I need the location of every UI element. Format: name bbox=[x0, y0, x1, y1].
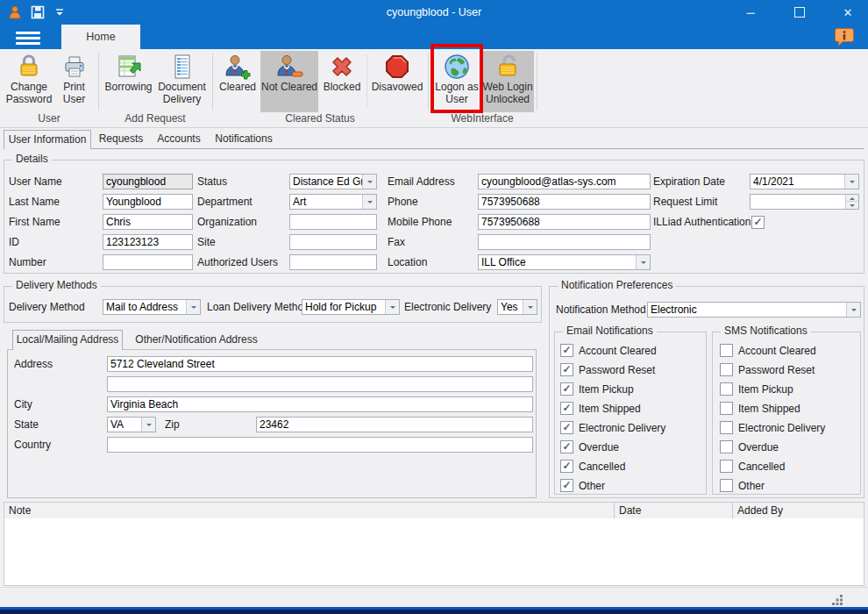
email-electronic-delivery-checkbox[interactable] bbox=[560, 421, 573, 434]
last-name-field[interactable] bbox=[103, 194, 193, 210]
chevron-down-icon[interactable] bbox=[385, 300, 399, 314]
tab-local-mailing-address[interactable]: Local/Mailing Address bbox=[12, 330, 123, 350]
delivery-method-combo[interactable]: Mail to Address bbox=[103, 299, 201, 315]
first-name-label: First Name bbox=[9, 214, 60, 230]
zip-field[interactable] bbox=[256, 417, 533, 432]
blocked-button[interactable]: Blocked bbox=[320, 51, 364, 112]
notes-column-date[interactable]: Date bbox=[614, 502, 733, 519]
sms-account-cleared-checkbox[interactable] bbox=[720, 344, 733, 357]
email-cancelled-label: Cancelled bbox=[579, 459, 625, 475]
sms-electronic-delivery-checkbox[interactable] bbox=[720, 421, 733, 434]
email-cancelled-checkbox[interactable] bbox=[560, 460, 573, 473]
number-field[interactable] bbox=[103, 254, 193, 270]
illiad-authentication-checkbox[interactable] bbox=[751, 216, 765, 229]
ribbon-group-user: User bbox=[0, 112, 98, 125]
notes-column-note[interactable]: Note bbox=[4, 502, 615, 519]
email-account-cleared-checkbox[interactable] bbox=[560, 344, 573, 357]
sms-overdue-checkbox[interactable] bbox=[720, 440, 733, 453]
document-grid-icon bbox=[168, 53, 196, 81]
department-combo[interactable]: Art bbox=[289, 194, 377, 210]
tab-home[interactable]: Home bbox=[61, 25, 140, 49]
email-field[interactable] bbox=[478, 174, 651, 189]
ribbon-separator bbox=[366, 54, 367, 107]
ribbon-group-cleared-status: Cleared Status bbox=[212, 112, 428, 125]
city-label: City bbox=[14, 396, 32, 412]
spin-down-icon[interactable] bbox=[845, 201, 858, 209]
status-combo[interactable]: Distance Ed Grad bbox=[289, 174, 377, 189]
change-password-button[interactable]: Change Password bbox=[7, 51, 51, 112]
site-field[interactable] bbox=[289, 234, 377, 250]
details-caption: Details bbox=[12, 154, 52, 165]
resize-grip-icon[interactable] bbox=[831, 593, 843, 605]
ribbon-separator bbox=[212, 53, 213, 111]
authorized-users-field[interactable] bbox=[289, 254, 377, 270]
red-x-icon bbox=[328, 53, 356, 81]
id-field[interactable] bbox=[103, 234, 193, 250]
site-label: Site bbox=[197, 234, 216, 250]
chevron-down-icon[interactable] bbox=[186, 300, 200, 314]
sms-password-reset-checkbox[interactable] bbox=[720, 363, 733, 376]
state-label: State bbox=[14, 417, 39, 432]
tab-other-notification-address[interactable]: Other/Notification Address bbox=[125, 331, 268, 350]
notes-column-added-by[interactable]: Added By bbox=[732, 502, 864, 519]
help-bubble-icon[interactable] bbox=[834, 27, 855, 47]
email-other-checkbox[interactable] bbox=[560, 479, 573, 492]
mobile-phone-label: Mobile Phone bbox=[388, 214, 452, 230]
email-password-reset-checkbox[interactable] bbox=[560, 363, 573, 376]
not-cleared-button[interactable]: Not Cleared bbox=[260, 51, 318, 112]
email-item-pickup-checkbox[interactable] bbox=[560, 382, 573, 396]
borrowing-button[interactable]: Borrowing bbox=[103, 51, 153, 112]
notification-method-combo[interactable]: Electronic bbox=[647, 302, 861, 318]
fax-field[interactable] bbox=[478, 234, 651, 250]
expiration-date-picker[interactable]: 4/1/2021 bbox=[750, 174, 859, 189]
city-field[interactable] bbox=[107, 396, 533, 412]
address-line1-field[interactable] bbox=[107, 356, 533, 372]
phone-field[interactable] bbox=[478, 194, 651, 210]
chevron-down-icon[interactable] bbox=[636, 255, 650, 269]
tab-accounts[interactable]: Accounts bbox=[151, 130, 207, 149]
first-name-field[interactable] bbox=[103, 214, 193, 230]
tab-notifications[interactable]: Notifications bbox=[209, 130, 279, 149]
email-overdue-checkbox[interactable] bbox=[560, 440, 573, 453]
electronic-delivery-combo[interactable]: Yes bbox=[497, 299, 537, 315]
sms-cancelled-checkbox[interactable] bbox=[720, 460, 733, 473]
email-overdue-label: Overdue bbox=[579, 439, 619, 455]
minimize-button[interactable]: ─ bbox=[735, 0, 766, 25]
web-login-unlocked-button[interactable]: Web Login Unlocked bbox=[481, 51, 534, 112]
quick-access-caret-icon[interactable] bbox=[55, 9, 64, 17]
sms-item-shipped-checkbox[interactable] bbox=[720, 402, 733, 415]
organization-field[interactable] bbox=[289, 214, 377, 230]
save-icon[interactable] bbox=[30, 4, 46, 20]
cleared-button[interactable]: Cleared bbox=[217, 51, 259, 112]
app-menu-button[interactable] bbox=[16, 32, 40, 45]
close-button[interactable]: ✕ bbox=[828, 0, 868, 25]
state-combo[interactable]: VA bbox=[107, 417, 156, 432]
mobile-phone-field[interactable] bbox=[478, 214, 651, 230]
chevron-down-icon[interactable] bbox=[846, 303, 860, 317]
user-name-field[interactable] bbox=[103, 174, 193, 189]
loan-delivery-method-combo[interactable]: Hold for Pickup bbox=[302, 299, 400, 315]
sms-item-pickup-checkbox[interactable] bbox=[720, 382, 733, 396]
print-user-button[interactable]: Print User bbox=[53, 51, 95, 112]
tab-user-information[interactable]: User Information bbox=[4, 130, 91, 149]
address-label: Address bbox=[14, 356, 53, 372]
country-field[interactable] bbox=[107, 437, 533, 453]
chevron-down-icon[interactable] bbox=[523, 300, 537, 314]
chevron-down-icon[interactable] bbox=[844, 175, 858, 189]
address-line2-field[interactable] bbox=[107, 376, 533, 392]
sms-item-pickup-label: Item Pickup bbox=[738, 382, 793, 397]
chevron-down-icon[interactable] bbox=[362, 195, 376, 209]
disavowed-button[interactable]: Disavowed bbox=[370, 51, 424, 112]
logon-as-user-button[interactable]: Logon as User bbox=[435, 51, 479, 112]
chevron-down-icon[interactable] bbox=[362, 175, 376, 189]
request-limit-stepper[interactable] bbox=[750, 194, 859, 210]
sms-other-checkbox[interactable] bbox=[720, 479, 733, 492]
ribbon-group-webinterface: WebInterface bbox=[428, 112, 537, 125]
maximize-button[interactable] bbox=[784, 0, 815, 25]
location-combo[interactable]: ILL Office bbox=[478, 254, 651, 270]
notes-grid-body[interactable] bbox=[4, 518, 864, 586]
document-delivery-button[interactable]: Document Delivery bbox=[155, 51, 209, 112]
email-item-shipped-checkbox[interactable] bbox=[560, 402, 573, 415]
tab-requests[interactable]: Requests bbox=[93, 130, 149, 149]
chevron-down-icon[interactable] bbox=[141, 418, 155, 432]
